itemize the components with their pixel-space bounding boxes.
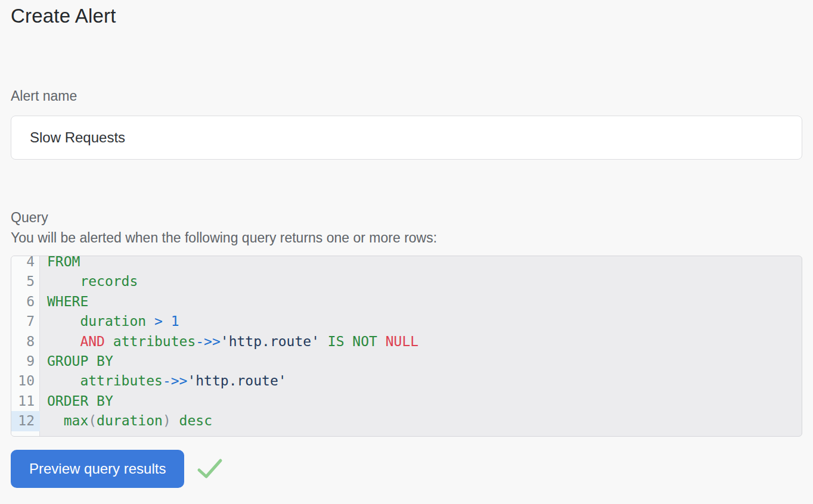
query-description: You will be alerted when the following q… — [11, 229, 802, 246]
line-number: 6 — [11, 292, 40, 312]
code-line: 5 records — [11, 272, 802, 291]
alert-name-label: Alert name — [11, 88, 802, 104]
code-text: AND attributes->>'http.route' IS NOT NUL… — [40, 332, 802, 351]
page-title: Create Alert — [11, 5, 802, 27]
create-alert-page: Create Alert Alert name Query You will b… — [0, 5, 813, 488]
code-line: 7 duration > 1 — [11, 312, 802, 331]
code-line: 9GROUP BY — [11, 351, 802, 371]
code-line: 10 attributes->>'http.route' — [11, 371, 802, 391]
code-line: 11ORDER BY — [11, 391, 802, 411]
sql-query-editor[interactable]: 4FROM5 records6WHERE7 duration > 18 AND … — [11, 256, 802, 437]
code-text: records — [40, 272, 802, 291]
code-text: attributes->>'http.route' — [40, 371, 802, 391]
line-number: 5 — [11, 272, 40, 291]
line-number: 4 — [11, 256, 40, 272]
code-text: max(duration) desc — [40, 411, 802, 431]
code-line: 4FROM — [11, 256, 802, 272]
query-label: Query — [11, 209, 802, 226]
line-number: 7 — [11, 312, 40, 331]
code-text: duration > 1 — [40, 312, 802, 331]
code-text: GROUP BY — [40, 351, 802, 371]
line-number: 11 — [11, 391, 40, 411]
line-number: 9 — [11, 351, 40, 371]
preview-query-results-button[interactable]: Preview query results — [11, 450, 184, 488]
code-text: FROM — [40, 256, 802, 272]
line-number: 8 — [11, 332, 40, 351]
code-line: 6WHERE — [11, 292, 802, 312]
check-icon — [196, 457, 224, 481]
line-number: 12 — [11, 411, 40, 431]
code-text: ORDER BY — [40, 391, 802, 411]
code-text: WHERE — [40, 292, 802, 312]
code-lines: 4FROM5 records6WHERE7 duration > 18 AND … — [11, 256, 802, 431]
line-number: 10 — [11, 371, 40, 391]
alert-name-input[interactable] — [11, 116, 802, 160]
actions-row: Preview query results — [11, 450, 802, 488]
code-line: 8 AND attributes->>'http.route' IS NOT N… — [11, 332, 802, 351]
code-line: 12 max(duration) desc — [11, 411, 802, 431]
